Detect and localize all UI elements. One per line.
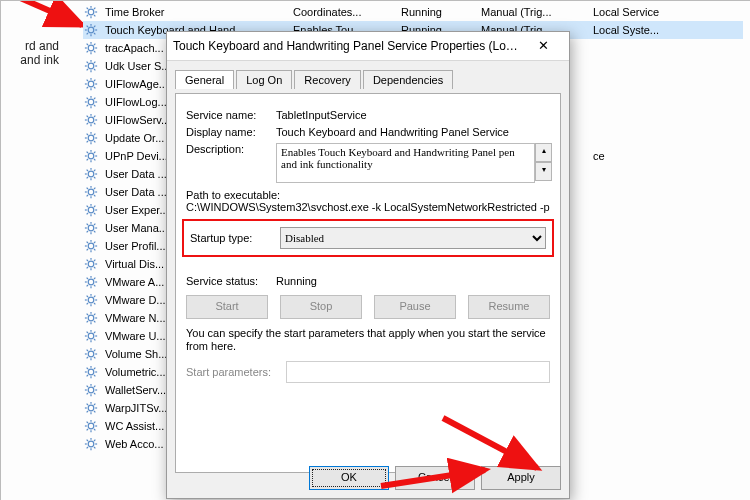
svg-line-162 [94,313,95,314]
svg-point-37 [88,81,94,87]
startup-type-label: Startup type: [190,232,280,244]
service-row[interactable]: Time BrokerCoordinates...RunningManual (… [83,3,743,21]
svg-point-82 [88,171,94,177]
service-status-cell: Running [397,6,477,18]
svg-line-141 [87,277,88,278]
svg-line-70 [94,140,95,141]
gear-icon [83,256,99,272]
gear-icon [83,58,99,74]
gear-icon [83,4,99,20]
svg-line-52 [94,104,95,105]
svg-line-168 [87,331,88,332]
resume-button[interactable]: Resume [468,295,550,319]
service-name-cell: Time Broker [101,6,289,18]
gear-icon [83,346,99,362]
svg-line-106 [94,212,95,213]
close-button[interactable]: ✕ [523,35,563,57]
scroll-down-icon[interactable]: ▾ [535,162,552,181]
path-value: C:\WINDOWS\System32\svchost.exe -k Local… [186,201,550,213]
svg-line-87 [87,169,88,170]
svg-point-19 [88,45,94,51]
svg-point-73 [88,153,94,159]
svg-line-197 [87,392,88,393]
dialog-titlebar[interactable]: Touch Keyboard and Handwriting Panel Ser… [167,32,569,61]
gear-icon [83,328,99,344]
svg-line-45 [94,79,95,80]
svg-line-161 [87,320,88,321]
service-status-value: Running [276,275,550,287]
tab-logon[interactable]: Log On [236,70,292,89]
svg-line-225 [94,439,95,440]
description-box[interactable] [276,143,535,183]
svg-point-118 [88,243,94,249]
svg-line-179 [87,356,88,357]
start-button[interactable]: Start [186,295,268,319]
svg-line-180 [94,349,95,350]
svg-line-216 [94,421,95,422]
svg-line-115 [94,230,95,231]
gear-icon [83,94,99,110]
svg-point-91 [88,189,94,195]
svg-line-72 [94,133,95,134]
svg-point-145 [88,297,94,303]
svg-line-107 [87,212,88,213]
svg-line-144 [94,277,95,278]
gear-icon [83,40,99,56]
service-logon-cell: Local Syste... [589,24,697,36]
svg-line-205 [94,410,95,411]
svg-point-190 [88,387,94,393]
svg-line-125 [87,248,88,249]
svg-line-90 [94,169,95,170]
svg-point-55 [88,117,94,123]
screenshot-root: rd and and ink Time BrokerCoordinates...… [0,0,750,500]
svg-point-217 [88,441,94,447]
svg-line-169 [94,338,95,339]
svg-line-18 [94,25,95,26]
svg-line-114 [87,223,88,224]
startup-type-select[interactable]: Disabled [280,227,546,249]
scroll-up-icon[interactable]: ▴ [535,143,552,162]
svg-line-89 [87,176,88,177]
svg-line-116 [87,230,88,231]
svg-line-170 [87,338,88,339]
svg-line-222 [87,439,88,440]
ok-button[interactable]: OK [309,466,389,490]
tab-dependencies[interactable]: Dependencies [363,70,453,89]
cancel-button[interactable]: Cancel [395,466,475,490]
gear-icon [83,310,99,326]
svg-line-213 [87,421,88,422]
svg-line-9 [94,7,95,8]
svg-line-80 [87,158,88,159]
svg-line-223 [94,446,95,447]
dialog-title: Touch Keyboard and Handwriting Panel Ser… [173,39,523,53]
apply-button[interactable]: Apply [481,466,561,490]
svg-line-63 [94,115,95,116]
stop-button[interactable]: Stop [280,295,362,319]
tab-general[interactable]: General [175,70,234,89]
svg-point-208 [88,423,94,429]
svg-line-177 [87,349,88,350]
svg-line-54 [94,97,95,98]
svg-line-198 [94,385,95,386]
svg-line-126 [94,241,95,242]
svg-line-152 [87,302,88,303]
display-name-value: Touch Keyboard and Handwriting Panel Ser… [276,126,550,138]
svg-line-78 [87,151,88,152]
pause-button[interactable]: Pause [374,295,456,319]
gear-icon [83,112,99,128]
svg-point-64 [88,135,94,141]
svg-line-135 [94,259,95,260]
svg-line-171 [94,331,95,332]
svg-line-60 [87,115,88,116]
svg-line-6 [87,7,88,8]
svg-line-17 [87,32,88,33]
tab-recovery[interactable]: Recovery [294,70,360,89]
svg-line-187 [94,374,95,375]
svg-line-62 [87,122,88,123]
svg-point-46 [88,99,94,105]
svg-line-214 [94,428,95,429]
svg-line-108 [94,205,95,206]
svg-line-143 [87,284,88,285]
svg-line-96 [87,187,88,188]
svg-point-109 [88,225,94,231]
